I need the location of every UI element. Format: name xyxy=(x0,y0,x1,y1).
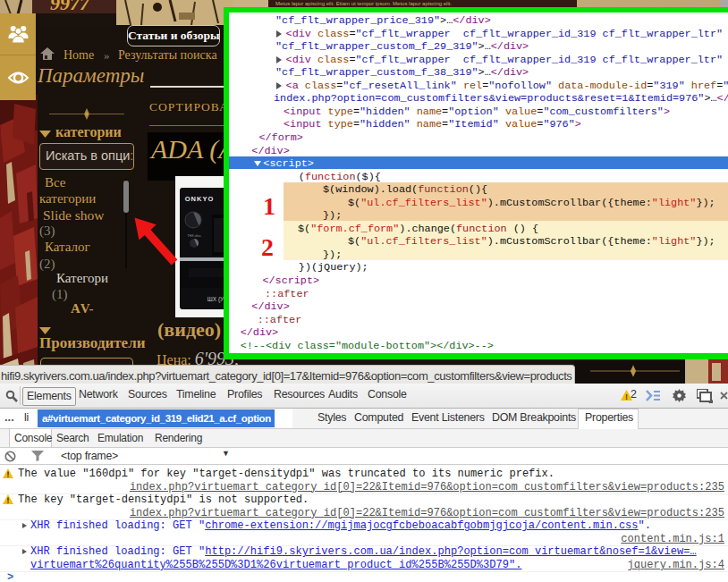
svg-text:ШХ (У: ШХ (У xyxy=(207,296,224,303)
svg-text:ONKYO: ONKYO xyxy=(185,195,215,203)
svg-text:!: ! xyxy=(625,392,628,401)
svg-text:THX ultra: THX ultra xyxy=(188,234,201,238)
